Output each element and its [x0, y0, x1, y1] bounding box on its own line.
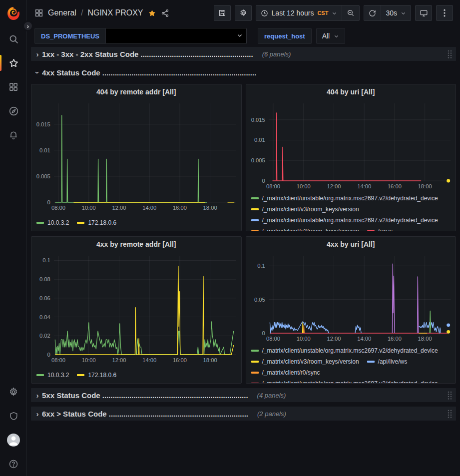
variable-ds-value-dropdown[interactable]	[106, 28, 247, 44]
legend-row: /_matrix/client/v3/room_keys/version/api…	[251, 356, 451, 367]
favorite-star-icon[interactable]	[148, 9, 156, 17]
sidebar-item-dashboards[interactable]	[0, 75, 27, 99]
legend-item[interactable]: /_matrix/client/unstable/org.matrix.msc2…	[251, 380, 438, 383]
chevron-down-icon	[401, 10, 406, 16]
svg-text:14:00: 14:00	[142, 357, 156, 363]
refresh-interval-picker[interactable]: 30s	[381, 5, 411, 20]
legend-label: 10.0.3.2	[47, 219, 69, 226]
sidebar-expand-button[interactable]: ›	[22, 20, 33, 31]
legend-item[interactable]: /_matrix/client/unstable/org.matrix.msc2…	[251, 347, 438, 354]
row-4xx[interactable]: › 4xx Status Code ......................…	[31, 65, 456, 79]
legend-item[interactable]: /_matrix/client/unstable/org.matrix.msc2…	[251, 217, 438, 224]
legend-swatch-icon	[367, 361, 375, 363]
dashboard-header: General / NGINX PROXY	[27, 0, 460, 26]
sidebar-item-help[interactable]	[0, 452, 27, 476]
legend-row: 10.0.3.2172.18.0.6	[36, 217, 236, 228]
svg-text:12:00: 12:00	[327, 336, 341, 342]
variable-ds-label: DS_PROMETHEUS	[34, 28, 106, 44]
chart-404-by-uri[interactable]: 00.0050.010.01508:0010:0012:0014:0016:00…	[246, 99, 456, 192]
sidebar-item-explore[interactable]	[0, 99, 27, 123]
row-1xx-3xx-2xx[interactable]: › 1xx - 3xx - 2xx Status Code ..........…	[31, 47, 456, 61]
legend-item[interactable]: /_matrix/client/v3/room_keys/version	[251, 228, 359, 231]
time-range-label: Last 12 hours	[272, 9, 314, 17]
row-drag-handle-icon[interactable]	[446, 50, 454, 58]
timezone-label: CST	[317, 10, 328, 16]
panel-title[interactable]: 404 by remote addr [All]	[31, 84, 241, 99]
legend-item[interactable]: /_matrix/client/v3/room_keys/version	[251, 358, 359, 365]
legend-item[interactable]: /sw.js	[367, 228, 393, 231]
svg-text:18:00: 18:00	[418, 183, 432, 189]
svg-text:0.005: 0.005	[251, 157, 265, 163]
sidebar-item-alerting[interactable]	[0, 123, 27, 147]
chart-4xx-by-uri[interactable]: 00.050.108:0010:0012:0014:0016:0018:00	[246, 252, 456, 344]
search-icon	[8, 34, 19, 44]
panel-grid: 404 by remote addr [All] 00.0050.010.015…	[31, 84, 456, 384]
row-collapse-caret-icon: ›	[33, 50, 42, 58]
legend-item[interactable]: /_matrix/client/v3/room_keys/version	[251, 206, 359, 213]
legend-label: /_matrix/client/unstable/org.matrix.msc2…	[262, 380, 438, 383]
row-drag-handle-icon[interactable]	[446, 410, 454, 418]
refresh-button[interactable]	[364, 5, 381, 20]
more-options-button[interactable]	[436, 5, 453, 21]
refresh-icon	[369, 9, 376, 17]
save-dashboard-button[interactable]	[214, 5, 231, 21]
row-6xx[interactable]: › 6xx > Status Code ....................…	[31, 407, 456, 421]
gear-icon	[8, 387, 18, 397]
svg-text:14:00: 14:00	[142, 205, 156, 211]
gear-icon	[239, 9, 247, 17]
dashboard-settings-button[interactable]	[235, 5, 252, 21]
svg-text:08:00: 08:00	[51, 357, 65, 363]
panel-title[interactable]: 4xx by remote addr [All]	[31, 237, 241, 252]
dashboard-title: NGINX PROXY	[87, 8, 143, 17]
share-icon[interactable]	[161, 9, 169, 17]
svg-text:12:00: 12:00	[112, 357, 126, 363]
chevron-down-icon	[237, 32, 243, 38]
panel-title[interactable]: 4xx by uri [All]	[246, 237, 456, 252]
kebab-menu-icon	[444, 9, 446, 17]
legend-swatch-icon	[251, 372, 259, 374]
chart-404-by-remote-addr[interactable]: 00.0050.010.01508:0010:0012:0014:0016:00…	[31, 99, 241, 213]
legend-item[interactable]: 172.18.0.6	[77, 372, 116, 379]
row-drag-handle-icon[interactable]	[446, 391, 454, 400]
legend-row: /_matrix/client/unstable/org.matrix.msc2…	[251, 345, 451, 356]
svg-text:0.05: 0.05	[254, 297, 265, 303]
monitor-icon	[420, 9, 428, 17]
svg-text:0.02: 0.02	[39, 333, 50, 339]
chart-legend: /_matrix/client/unstable/org.matrix.msc2…	[246, 192, 456, 231]
panel-4xx-by-uri: 4xx by uri [All] 00.050.108:0010:0012:00…	[246, 236, 457, 384]
panel-title[interactable]: 404 by uri [All]	[246, 84, 456, 99]
sidebar-item-profile[interactable]	[0, 428, 27, 452]
legend-swatch-icon	[251, 197, 259, 199]
svg-text:0.04: 0.04	[39, 314, 50, 320]
legend-label: 10.0.3.2	[47, 372, 69, 379]
legend-label: /_matrix/client/v3/room_keys/version	[262, 206, 359, 213]
kiosk-mode-button[interactable]	[415, 5, 432, 21]
time-range-picker[interactable]: Last 12 hours CST	[256, 5, 342, 20]
legend-item[interactable]: /_matrix/client/r0/sync	[251, 369, 320, 376]
sidebar-item-search[interactable]	[0, 27, 27, 51]
legend-item[interactable]: 172.18.0.6	[77, 219, 116, 226]
row-collapse-caret-icon: ›	[33, 391, 42, 400]
legend-item[interactable]: 10.0.3.2	[36, 219, 69, 226]
row-title: 4xx Status Code ........................…	[42, 68, 256, 77]
svg-text:10:00: 10:00	[296, 336, 310, 342]
svg-text:18:00: 18:00	[418, 336, 432, 342]
sidebar-item-starred[interactable]	[0, 51, 27, 75]
legend-item[interactable]: /api/live/ws	[367, 358, 408, 365]
row-panel-count: (6 panels)	[262, 50, 291, 58]
variable-request-host-value-dropdown[interactable]: All	[316, 28, 346, 44]
sidebar-item-server-admin[interactable]	[0, 404, 27, 428]
chart-4xx-by-remote-addr[interactable]: 00.020.040.060.080.108:0010:0012:0014:00…	[31, 252, 241, 366]
legend-item[interactable]: 10.0.3.2	[36, 372, 69, 379]
row-collapse-caret-icon: ›	[33, 410, 42, 418]
row-title: 6xx > Status Code ......................…	[42, 410, 248, 418]
clock-icon	[261, 9, 268, 17]
legend-item[interactable]: /_matrix/client/unstable/org.matrix.msc2…	[251, 195, 438, 202]
compass-icon	[8, 106, 19, 116]
zoom-out-time-button[interactable]	[342, 5, 359, 20]
chevron-down-icon	[334, 33, 339, 39]
breadcrumb-folder[interactable]: General	[48, 8, 76, 17]
dashboard-canvas: › 1xx - 3xx - 2xx Status Code ..........…	[27, 46, 460, 421]
sidebar-item-configuration[interactable]	[0, 380, 27, 404]
row-5xx[interactable]: › 5xx Status Code ......................…	[31, 388, 456, 402]
